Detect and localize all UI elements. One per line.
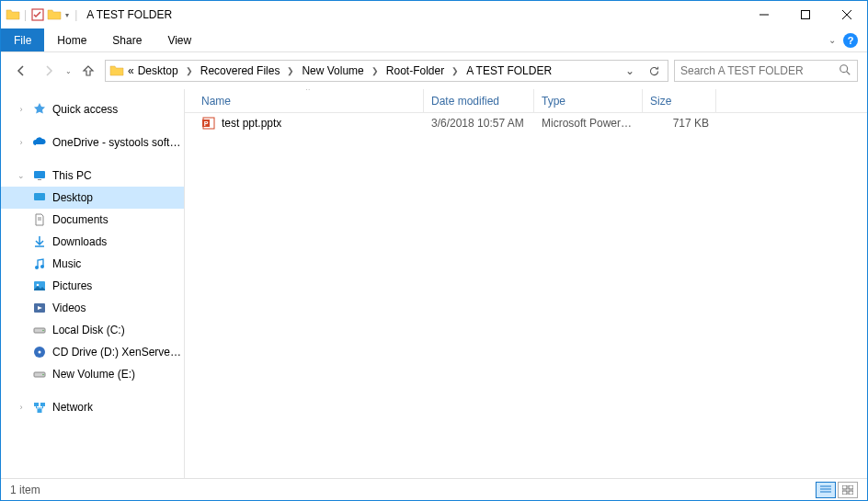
svg-rect-35: [849, 491, 853, 495]
tree-onedrive[interactable]: › OneDrive - systools software: [1, 131, 184, 154]
documents-icon: [32, 212, 47, 227]
folder-icon-small[interactable]: [47, 7, 62, 22]
tree-label: Local Disk (C:): [52, 324, 125, 336]
address-dropdown-icon[interactable]: ⌄: [620, 61, 640, 81]
svg-text:P: P: [204, 120, 209, 127]
svg-point-22: [42, 374, 44, 376]
svg-line-6: [847, 71, 851, 74]
breadcrumb-segment[interactable]: Desktop: [138, 64, 178, 77]
close-button[interactable]: [826, 1, 867, 28]
svg-rect-9: [34, 193, 45, 200]
videos-icon: [32, 301, 47, 315]
tree-label: Desktop: [52, 191, 93, 204]
tree-quick-access[interactable]: › Quick access: [1, 98, 184, 120]
column-headers: Name ⌃ Date modified Type Size: [185, 89, 867, 113]
chevron-right-icon[interactable]: ❯: [368, 66, 383, 75]
svg-rect-8: [38, 179, 41, 180]
breadcrumb-segment[interactable]: A TEST FOLDER: [466, 64, 552, 77]
chevron-right-icon[interactable]: ›: [16, 105, 27, 114]
tree-label: This PC: [52, 169, 92, 182]
tree-label: Documents: [52, 213, 108, 226]
tab-home[interactable]: Home: [44, 28, 99, 51]
quick-access-props-icon[interactable]: [30, 7, 45, 22]
search-input[interactable]: [680, 64, 839, 77]
svg-rect-32: [842, 485, 847, 489]
breadcrumb-segment[interactable]: Recovered Files: [200, 64, 280, 77]
disc-icon: [32, 345, 47, 359]
svg-point-5: [840, 64, 848, 72]
navigation-pane: › Quick access › OneDrive - systools sof…: [1, 89, 185, 478]
tree-documents[interactable]: Documents: [1, 209, 184, 231]
help-icon[interactable]: ?: [843, 33, 858, 48]
address-bar[interactable]: « Desktop ❯ Recovered Files ❯ New Volume…: [105, 60, 668, 82]
tab-file[interactable]: File: [1, 28, 44, 51]
tree-this-pc[interactable]: ⌄ This PC: [1, 165, 184, 187]
chevron-right-icon[interactable]: ❯: [283, 66, 298, 75]
star-icon: [32, 102, 47, 117]
maximize-button[interactable]: [784, 1, 826, 28]
file-date: 3/6/2018 10:57 AM: [424, 117, 534, 130]
column-type[interactable]: Type: [534, 89, 643, 112]
tree-desktop[interactable]: Desktop: [1, 187, 184, 209]
tree-label: Music: [52, 257, 81, 270]
svg-rect-25: [38, 409, 42, 413]
view-details-button[interactable]: [816, 482, 836, 498]
tree-label: Pictures: [52, 279, 92, 292]
tree-label: Quick access: [52, 103, 118, 116]
window-title: A TEST FOLDER: [86, 8, 172, 21]
tree-videos[interactable]: Videos: [1, 297, 184, 319]
tree-label: Downloads: [52, 235, 107, 248]
ribbon-tabs: File Home Share View ⌄ ?: [1, 28, 867, 52]
svg-rect-7: [34, 171, 45, 178]
status-count: 1 item: [10, 484, 40, 496]
music-icon: [32, 256, 47, 271]
navigation-bar: ⌄ « Desktop ❯ Recovered Files ❯ New Volu…: [1, 52, 867, 89]
monitor-icon: [32, 168, 47, 183]
breadcrumb-prefix[interactable]: «: [128, 64, 134, 77]
chevron-right-icon[interactable]: ❯: [182, 66, 197, 75]
column-size[interactable]: Size: [643, 89, 716, 112]
svg-point-13: [40, 265, 44, 268]
qat-dropdown-icon[interactable]: ▾: [63, 11, 71, 19]
drive-icon: [32, 367, 47, 381]
tree-music[interactable]: Music: [1, 253, 184, 275]
minimize-button[interactable]: [743, 1, 784, 28]
tree-local-disk[interactable]: Local Disk (C:): [1, 319, 184, 341]
tab-share[interactable]: Share: [99, 28, 154, 51]
search-box[interactable]: [674, 60, 858, 82]
view-thumbnails-button[interactable]: [838, 482, 858, 498]
file-row[interactable]: P test ppt.pptx 3/6/2018 10:57 AM Micros…: [185, 113, 867, 133]
forward-button[interactable]: [38, 60, 60, 82]
svg-point-15: [37, 284, 40, 287]
tree-new-volume[interactable]: New Volume (E:): [1, 363, 184, 385]
history-dropdown-icon[interactable]: ⌄: [65, 67, 72, 75]
powerpoint-icon: P: [201, 116, 216, 131]
breadcrumb-segment[interactable]: Root-Folder: [386, 64, 444, 77]
search-icon[interactable]: [839, 63, 851, 79]
tree-label: CD Drive (D:) XenServer Too: [52, 346, 184, 359]
breadcrumb-segment[interactable]: New Volume: [302, 64, 363, 77]
tree-network[interactable]: › Network: [1, 396, 184, 418]
tree-cd-drive[interactable]: CD Drive (D:) XenServer Too: [1, 341, 184, 363]
tree-pictures[interactable]: Pictures: [1, 275, 184, 297]
chevron-right-icon[interactable]: ›: [16, 138, 27, 147]
svg-rect-23: [34, 403, 39, 406]
refresh-button[interactable]: [644, 61, 664, 81]
chevron-right-icon[interactable]: ❯: [448, 66, 463, 75]
cloud-icon: [32, 135, 47, 150]
tree-downloads[interactable]: Downloads: [1, 231, 184, 253]
column-name[interactable]: Name ⌃: [185, 89, 424, 112]
folder-icon: [6, 7, 20, 22]
file-list: Name ⌃ Date modified Type Size P test pp…: [185, 89, 867, 478]
tab-view[interactable]: View: [154, 28, 204, 51]
chevron-down-icon[interactable]: ⌄: [16, 171, 27, 180]
chevron-right-icon[interactable]: ›: [16, 403, 27, 412]
ribbon-expand-icon[interactable]: ⌄: [828, 35, 836, 45]
svg-rect-24: [40, 403, 45, 406]
desktop-icon: [32, 190, 47, 205]
folder-icon: [109, 63, 124, 78]
column-date[interactable]: Date modified: [424, 89, 534, 112]
up-button[interactable]: [77, 60, 99, 82]
tree-label: Network: [52, 401, 93, 414]
back-button[interactable]: [10, 60, 32, 82]
